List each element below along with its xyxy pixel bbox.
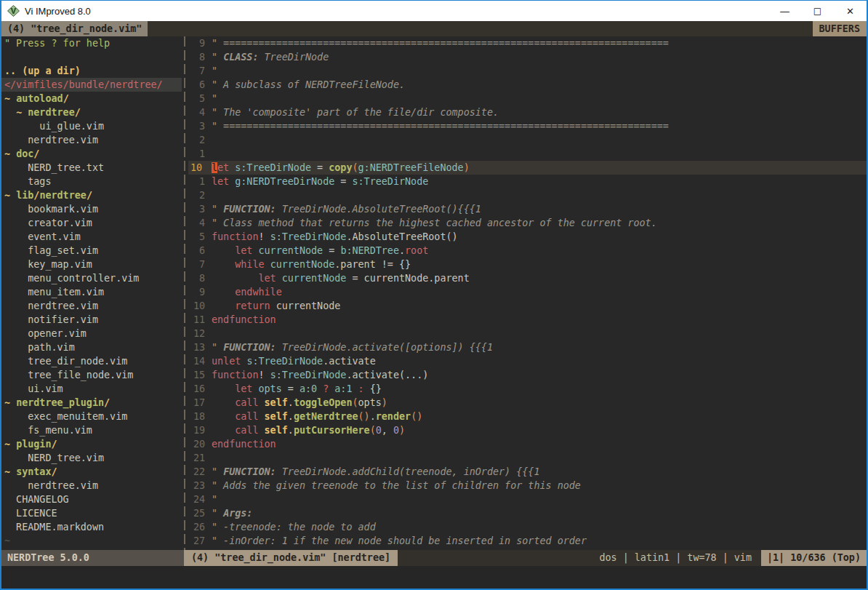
line-number: 3 (188, 202, 212, 216)
tree-row[interactable]: key_map.vim (4, 258, 182, 271)
tree-row[interactable]: nerdtree.vim (4, 479, 182, 493)
tree-row[interactable]: ~ nerdtree_plugin/ (4, 396, 182, 410)
line-number: 1 (188, 147, 212, 161)
code-row[interactable]: 26" -treenode: the node to add (188, 520, 867, 534)
code-row[interactable]: 9" =====================================… (188, 36, 867, 50)
editor-code[interactable]: 9" =====================================… (188, 36, 867, 550)
code-row[interactable]: 16 let opts = a:0 ? a:1 : {} (188, 382, 867, 396)
tree-row[interactable]: menu_controller.vim (4, 271, 182, 285)
line-number: 6 (188, 78, 212, 92)
code-row-current[interactable]: 10let s:TreeDirNode = copy(g:NERDTreeFil… (188, 161, 867, 175)
tree-row[interactable]: LICENCE (4, 506, 182, 520)
code-row[interactable]: 27" -inOrder: 1 if the new node should b… (188, 534, 867, 548)
code-row[interactable]: 7 while currentNode.parent != {} (188, 258, 867, 271)
tree-row-selected[interactable]: </vimfiles/bundle/nerdtree/ (1, 78, 182, 92)
tree-row[interactable]: .. (up a dir) (4, 64, 182, 78)
tree-row[interactable]: ui_glue.vim (4, 119, 182, 133)
tree-row[interactable]: ~ doc/ (4, 147, 182, 161)
code-row[interactable]: 25" Args: (188, 506, 867, 520)
window-separator[interactable] (182, 36, 188, 550)
code-row[interactable]: 14unlet s:TreeDirNode.activate (188, 354, 867, 368)
tree-row[interactable]: exec_menuitem.vim (4, 410, 182, 423)
tree-row[interactable]: event.vim (4, 230, 182, 244)
code-row[interactable]: 4" Class method that returns the highest… (188, 216, 867, 230)
code-row[interactable]: 21 (188, 451, 867, 465)
tree-row[interactable]: ~ (4, 534, 182, 548)
code-row[interactable]: 17 call self.toggleOpen(opts) (188, 396, 867, 410)
code-row[interactable]: 7" (188, 64, 867, 78)
tree-row[interactable]: tags (4, 175, 182, 188)
tree-row[interactable]: flag_set.vim (4, 244, 182, 258)
code-row[interactable]: 9 endwhile (188, 285, 867, 299)
statusline-buffer-info: (4) "tree_dir_node.vim" [nerdtree] (184, 550, 398, 566)
code-row[interactable]: 5function! s:TreeDirNode.AbsoluteTreeRoo… (188, 230, 867, 244)
code-row[interactable]: 23" Adds the given treenode to the list … (188, 479, 867, 493)
close-button[interactable]: ✕ (834, 1, 867, 21)
code-row[interactable]: 19 call self.putCursorHere(0, 0) (188, 423, 867, 437)
tree-row[interactable] (4, 50, 182, 64)
tree-row[interactable]: tree_dir_node.vim (4, 354, 182, 368)
maximize-button[interactable]: □ (801, 1, 834, 21)
tree-row[interactable]: bookmark.vim (4, 202, 182, 216)
tree-row[interactable]: ~ plugin/ (4, 437, 182, 451)
code-row[interactable]: 24" (188, 493, 867, 506)
tab-active[interactable]: (4) "tree_dir_node.vim" (1, 21, 148, 36)
tree-row[interactable]: " Press ? for help (4, 36, 182, 50)
tree-row[interactable]: nerdtree.vim (4, 299, 182, 313)
code-row[interactable]: 13" FUNCTION: TreeDirNode.activate([opti… (188, 340, 867, 354)
code-row[interactable]: 1let g:NERDTreeDirNode = s:TreeDirNode (188, 175, 867, 188)
line-number: 24 (188, 493, 212, 506)
line-number: 6 (188, 244, 212, 258)
code-row[interactable]: 18 call self.getNerdtree().render() (188, 410, 867, 423)
line-number: 18 (188, 410, 212, 423)
tree-row[interactable]: NERD_tree.txt (4, 161, 182, 175)
code-row[interactable]: 4" The 'composite' part of the file/dir … (188, 105, 867, 119)
tree-row[interactable]: creator.vim (4, 216, 182, 230)
line-number: 26 (188, 520, 212, 534)
tree-row[interactable]: notifier.vim (4, 313, 182, 327)
tree-row[interactable]: fs_menu.vim (4, 423, 182, 437)
code-row[interactable]: 3" =====================================… (188, 119, 867, 133)
tree-row[interactable]: CHANGELOG (4, 493, 182, 506)
code-row[interactable]: 2 (188, 188, 867, 202)
line-number: 5 (188, 230, 212, 244)
code-row[interactable]: 15function! s:TreeDirNode.activate(...) (188, 368, 867, 382)
code-row[interactable]: 20endfunction (188, 437, 867, 451)
tree-row[interactable]: tree_file_node.vim (4, 368, 182, 382)
line-number: 25 (188, 506, 212, 520)
code-row[interactable]: 11endfunction (188, 313, 867, 327)
code-row[interactable]: 8" CLASS: TreeDirNode (188, 50, 867, 64)
line-number: 20 (188, 437, 212, 451)
tree-row[interactable]: ui.vim (4, 382, 182, 396)
code-row[interactable]: 1 (188, 147, 867, 161)
vim-window: Vi IMproved 8.0 — □ ✕ (4) "tree_dir_node… (0, 0, 868, 590)
line-number: 14 (188, 354, 212, 368)
code-row[interactable]: 5" (188, 92, 867, 105)
code-row[interactable]: 22" FUNCTION: TreeDirNode.addChild(treen… (188, 465, 867, 479)
code-row[interactable]: 6" A subclass of NERDTreeFileNode. (188, 78, 867, 92)
minimize-button[interactable]: — (768, 1, 801, 21)
tree-row[interactable]: ~ autoload/ (4, 92, 182, 105)
line-number: 17 (188, 396, 212, 410)
code-row[interactable]: 8 let currentNode = currentNode.parent (188, 271, 867, 285)
code-row[interactable]: 6 let currentNode = b:NERDTree.root (188, 244, 867, 258)
tree-row[interactable]: ~ syntax/ (4, 465, 182, 479)
tree-row[interactable]: path.vim (4, 340, 182, 354)
line-number: 11 (188, 313, 212, 327)
code-row[interactable]: 12 (188, 327, 867, 340)
tree-row[interactable]: nerdtree.vim (4, 133, 182, 147)
nerdtree-panel[interactable]: " Press ? for help.. (up a dir)</vimfile… (1, 36, 182, 550)
code-row[interactable]: 10 return currentNode (188, 299, 867, 313)
line-number: 7 (188, 64, 212, 78)
code-row[interactable]: 3" FUNCTION: TreeDirNode.AbsoluteTreeRoo… (188, 202, 867, 216)
tree-row[interactable]: opener.vim (4, 327, 182, 340)
tree-row[interactable]: NERD_tree.vim (4, 451, 182, 465)
tree-row[interactable]: ~ nerdtree/ (4, 105, 182, 119)
tree-row[interactable]: ~ lib/nerdtree/ (4, 188, 182, 202)
vim-icon (7, 5, 20, 17)
code-row[interactable]: 2 (188, 133, 867, 147)
tree-row[interactable]: menu_item.vim (4, 285, 182, 299)
command-line (1, 566, 867, 589)
tree-row[interactable]: README.markdown (4, 520, 182, 534)
line-number: 4 (188, 105, 212, 119)
